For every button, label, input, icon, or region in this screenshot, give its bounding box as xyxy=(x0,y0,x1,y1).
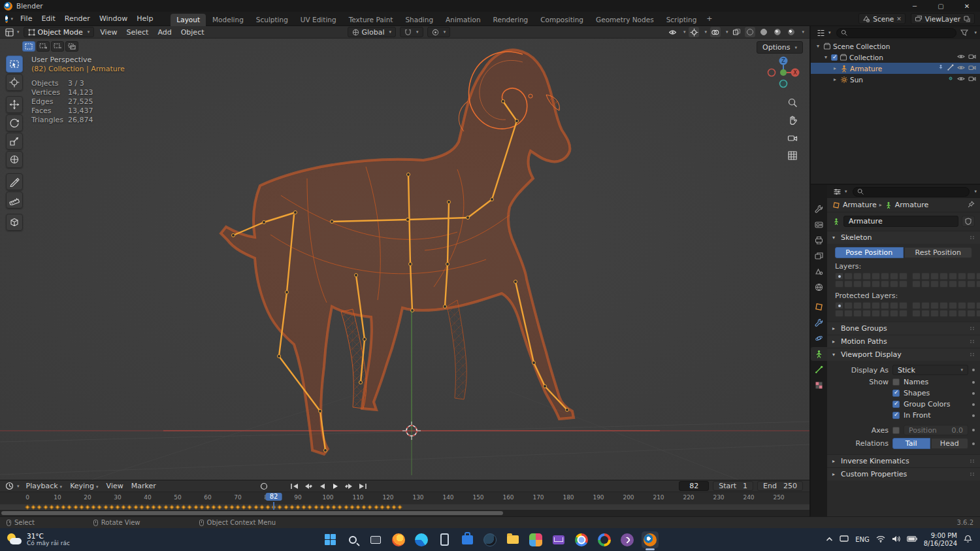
language-indicator[interactable]: ENG xyxy=(855,536,870,543)
breadcrumb-data[interactable]: Armature xyxy=(895,201,929,209)
play-button[interactable] xyxy=(330,481,342,491)
taskbar-icon-firefox[interactable] xyxy=(390,531,407,548)
select-mode-subtract[interactable] xyxy=(51,41,64,52)
ortho-grid-icon[interactable] xyxy=(787,150,798,163)
maximize-button[interactable]: ▢ xyxy=(928,0,954,12)
playhead[interactable] xyxy=(273,502,274,510)
zoom-icon[interactable] xyxy=(787,97,798,110)
taskbar-icon-chrome[interactable] xyxy=(573,531,590,548)
taskbar-icon-photos[interactable] xyxy=(527,531,544,548)
frame-start-field[interactable]: Start 1 xyxy=(713,481,753,491)
previous-keyframe-button[interactable] xyxy=(302,481,314,491)
current-frame-field[interactable]: 82 xyxy=(679,481,709,491)
tool-annotate[interactable] xyxy=(6,173,23,190)
collection-eye-icon[interactable] xyxy=(957,53,965,61)
camera-view-icon[interactable] xyxy=(787,133,798,145)
volume-icon[interactable] xyxy=(892,535,900,544)
collection-camera-icon[interactable] xyxy=(968,53,976,61)
group-colors-checkbox[interactable] xyxy=(892,401,900,408)
tab-scene[interactable] xyxy=(811,265,827,278)
options-button[interactable]: Options▾ xyxy=(757,41,803,54)
gizmos-toggle[interactable] xyxy=(689,27,699,37)
blender-app-menu[interactable]: ▾ xyxy=(4,14,14,24)
select-mode-intersect[interactable] xyxy=(65,41,78,52)
breadcrumb-object[interactable]: Armature xyxy=(843,201,877,209)
transform-orientation-dropdown[interactable]: Global ▾ xyxy=(348,27,397,37)
wifi-icon[interactable] xyxy=(876,535,885,544)
tab-render[interactable] xyxy=(811,218,827,231)
taskbar-icon-steam[interactable] xyxy=(482,531,498,548)
outliner-row-sun[interactable]: ▸ Sun xyxy=(811,74,980,85)
armature-camera-icon[interactable] xyxy=(968,64,976,73)
timeline-menu-marker[interactable]: Marker xyxy=(127,480,160,492)
show-object-types-dropdown[interactable] xyxy=(668,27,678,37)
tool-scale[interactable] xyxy=(6,133,23,150)
tool-add-cube[interactable] xyxy=(6,214,23,231)
workspace-tab[interactable]: Texture Paint xyxy=(343,14,399,26)
frame-end-field[interactable]: End 250 xyxy=(757,481,803,491)
tray-cast-icon[interactable] xyxy=(840,535,849,544)
relations-tail-button[interactable]: Tail xyxy=(892,438,930,449)
tray-chevron-icon[interactable] xyxy=(826,535,833,544)
taskbar-icon-phone-link[interactable] xyxy=(436,531,453,548)
workspace-tab[interactable]: Sculpting xyxy=(250,14,294,26)
display-as-dropdown[interactable]: Stick ▾ xyxy=(892,365,968,375)
fake-user-shield-button[interactable] xyxy=(962,216,975,227)
timeline-scrollbar[interactable] xyxy=(0,510,809,516)
next-keyframe-button[interactable] xyxy=(344,481,355,491)
section-motion-paths[interactable]: ▸Motion Paths xyxy=(827,335,980,348)
timeline-menu-playback[interactable]: Playback▾ xyxy=(22,480,67,492)
taskbar-icon-file-explorer[interactable] xyxy=(504,531,521,548)
tool-select-box[interactable] xyxy=(6,56,23,73)
timeline-ruler[interactable]: 0102030405060708090100110120130140150160… xyxy=(0,492,809,504)
start-button[interactable] xyxy=(321,531,338,548)
outliner-row-collection[interactable]: ▾ Collection xyxy=(811,52,980,63)
snap-dropdown[interactable]: ▾ xyxy=(400,27,423,37)
armature-name-input[interactable]: Armature xyxy=(843,216,958,227)
viewport-menu-item[interactable]: Add xyxy=(153,27,176,38)
pose-position-button[interactable]: Pose Position xyxy=(835,247,904,258)
outliner-row-scene-collection[interactable]: ▾ Scene Collection xyxy=(811,41,980,52)
tool-cursor[interactable] xyxy=(6,74,23,91)
protected-layers[interactable] xyxy=(834,302,973,317)
collection-checkbox[interactable] xyxy=(831,54,838,61)
tab-bone[interactable] xyxy=(811,363,827,376)
menu-item[interactable]: Help xyxy=(132,13,157,24)
play-reverse-button[interactable] xyxy=(316,481,328,491)
timeline-menu-view[interactable]: View xyxy=(103,480,127,492)
in-front-checkbox[interactable] xyxy=(892,412,900,419)
taskbar-icon-blender[interactable] xyxy=(642,531,659,548)
timeline-menu-keying[interactable]: Keying▾ xyxy=(66,480,102,492)
sun-camera-icon[interactable] xyxy=(968,75,976,84)
taskbar-icon-store[interactable] xyxy=(459,531,476,548)
pin-icon[interactable] xyxy=(968,201,975,210)
shading-material-button[interactable] xyxy=(772,27,783,37)
tab-world[interactable] xyxy=(811,280,827,294)
shading-rendered-button[interactable] xyxy=(786,27,796,37)
taskbar-search-button[interactable] xyxy=(344,531,361,548)
tab-object[interactable] xyxy=(811,300,827,314)
viewport-menu-item[interactable]: View xyxy=(95,27,122,38)
section-bone-groups[interactable]: ▸Bone Groups xyxy=(827,322,980,335)
viewport-menu-item[interactable]: Object xyxy=(176,27,209,38)
section-viewport-display[interactable]: ▾Viewport Display xyxy=(827,348,980,361)
sun-eye-icon[interactable] xyxy=(957,75,965,84)
viewlayer-selector[interactable]: ViewLayer xyxy=(911,13,975,24)
close-button[interactable]: ✕ xyxy=(954,0,980,12)
playhead-frame-badge[interactable]: 82 xyxy=(266,493,282,501)
unlink-scene-icon[interactable]: ✕ xyxy=(896,16,902,22)
outliner-filter-icon[interactable] xyxy=(959,27,970,38)
jump-to-end-button[interactable] xyxy=(357,481,369,491)
taskbar-icon-viber[interactable] xyxy=(619,531,636,548)
shapes-checkbox[interactable] xyxy=(892,390,900,397)
properties-editor-type-button[interactable]: ▾ xyxy=(830,188,850,196)
overlays-toggle[interactable] xyxy=(710,27,721,37)
pan-hand-icon[interactable] xyxy=(787,115,798,127)
tab-tool[interactable] xyxy=(811,202,827,216)
clock-widget[interactable]: 9:00 PM 8/16/2024 xyxy=(924,532,957,548)
tool-rotate[interactable] xyxy=(6,114,23,131)
relations-head-button[interactable]: Head xyxy=(931,438,969,449)
taskbar-icon-mail[interactable] xyxy=(550,531,567,548)
workspace-tab[interactable]: Layout xyxy=(171,14,206,26)
outliner-row-armature[interactable]: ▸ Armature xyxy=(811,63,980,74)
